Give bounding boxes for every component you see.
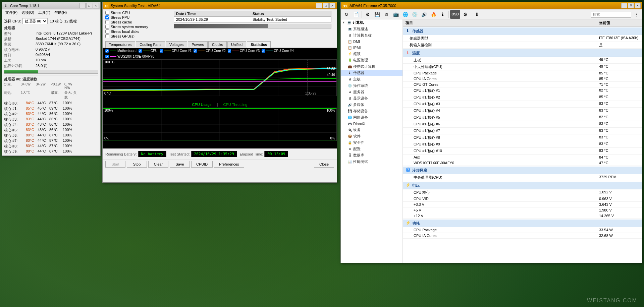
tree-storage[interactable]: 💾 存储设备 (341, 108, 402, 114)
core-9-temp: 80°C (26, 149, 38, 154)
core4-label: CPU #1/核心 #4 (414, 108, 599, 113)
tree-directx[interactable]: 🎮 DirectX (341, 121, 402, 127)
menu-options[interactable]: 选项(O) (19, 10, 36, 15)
legend-mb-label: Motherboard (117, 49, 137, 53)
toolbar-osd-btn[interactable]: OSD (450, 10, 460, 19)
stress-gpu-checkbox[interactable] (105, 34, 109, 38)
tree-computer-name[interactable]: 🖥 计算机名称 (341, 32, 402, 39)
clear-button[interactable]: Clear (148, 161, 168, 168)
tree-icon-software: 📦 (347, 134, 352, 139)
tab-temperatures[interactable]: Temperatures (105, 41, 135, 48)
tab-statistics[interactable]: Statistics (247, 41, 271, 48)
toolbar-cpu-btn[interactable]: ⚙ (363, 10, 372, 19)
clk-value: 3589.76MHz (99.72 × 36.0) (36, 42, 98, 47)
aida-restore-btn[interactable]: ⧉ (628, 3, 634, 8)
coretemp-close-btn[interactable]: ✕ (93, 3, 99, 8)
legend-core1-check[interactable] (160, 49, 163, 53)
tree-devices[interactable]: 🔌 设备 (341, 127, 402, 133)
tree-os[interactable]: 💿 操作系统 (341, 82, 402, 89)
tree-board[interactable]: 🖥 主板 (341, 76, 402, 82)
tree-power[interactable]: 🔋 电源管理 (341, 57, 402, 63)
aida-close-btn[interactable]: ✕ (635, 3, 641, 8)
tree-multimedia[interactable]: 🔊 多媒体 (341, 102, 402, 108)
tab-voltages[interactable]: Voltages (166, 41, 187, 48)
toolbar-network-btn[interactable]: 🌐 (401, 10, 410, 19)
search-more-btn[interactable]: ⋮ (632, 10, 641, 19)
stress-cpu-checkbox[interactable] (105, 11, 109, 15)
legend-motherboard-check[interactable] (105, 49, 109, 53)
core-2-load: 100% (63, 112, 74, 117)
stress-fpu-checkbox[interactable] (105, 15, 109, 19)
tab-cooling-fans[interactable]: Cooling Fans (136, 41, 165, 48)
tree-security[interactable]: 🔒 安全性 (341, 139, 402, 146)
stability-close-btn[interactable]: ✕ (329, 3, 335, 8)
toolbar-refresh-btn[interactable]: ↻ (342, 10, 351, 19)
toolbar-download-btn[interactable]: ⬇ (473, 10, 481, 19)
legend-core2-check[interactable] (194, 49, 197, 53)
tree-display[interactable]: 🖥 显示设备 (341, 95, 402, 102)
preferences-button[interactable]: Preferences (214, 161, 244, 168)
tree-ipmi[interactable]: 📋 IPMI (341, 45, 402, 51)
stability-maximize-btn[interactable]: □ (323, 3, 329, 8)
section-sensor-icon: 🌡 (406, 28, 411, 34)
tree-dmi[interactable]: 📋 DMI (341, 39, 402, 45)
stop-button[interactable]: Stop (127, 161, 147, 168)
status-data-row: 2024/10/29 1:35:29 Stability Test: Start… (174, 17, 331, 22)
tab-unified[interactable]: Unified (227, 41, 246, 48)
legend-core3-check[interactable] (228, 49, 231, 53)
legend-wds-check[interactable] (105, 55, 109, 58)
tree-system-overview[interactable]: 💻 系统概述 (341, 26, 402, 32)
tree-perf[interactable]: 📊 性能测试 (341, 159, 402, 165)
coretemp-maximize-btn[interactable]: □ (86, 3, 92, 8)
tree-portable[interactable]: 💼 便携式计算机 (341, 63, 402, 70)
coretemp-minimize-btn[interactable]: – (79, 3, 86, 8)
menu-file[interactable]: 文件(F) (3, 10, 19, 15)
tree-database[interactable]: 🗄 数据库 (341, 152, 402, 159)
toolbar-gpu-btn[interactable]: 🖥 (382, 10, 391, 19)
stability-minimize-btn[interactable]: – (316, 3, 322, 8)
start-button[interactable]: Start (105, 161, 125, 168)
core-8-name: 核心 #8: (4, 144, 26, 149)
tree-software[interactable]: 📦 软件 (341, 133, 402, 139)
cpuid-button[interactable]: CPUID (191, 161, 213, 168)
core1-label: CPU #1/核心 #1 (414, 88, 599, 93)
close-button[interactable]: Close (314, 161, 334, 168)
stress-cache-checkbox[interactable] (105, 20, 109, 24)
section-temp-label: 温度 (412, 51, 420, 56)
stability-titlebar: 64 System Stability Test - AIDA64 – □ ✕ (103, 2, 337, 9)
heat-spacer (36, 90, 51, 100)
stress-disks-checkbox[interactable] (105, 29, 109, 34)
tree-sensor[interactable]: 🌡 传感器 (341, 70, 402, 76)
cpu-select[interactable]: 处理器 #0 (22, 18, 48, 24)
coretemp-titlebar: 🌡 Core Temp 1.18.1 – □ ✕ (2, 2, 100, 9)
tree-overclock[interactable]: ⚡ 超频 (341, 51, 402, 57)
toolbar-flame-btn[interactable]: 🔥 (429, 10, 438, 19)
clk-label: 主频: (4, 42, 34, 47)
ia-power-label: CPU IA Cores (410, 234, 599, 238)
status-col2: Status (253, 12, 329, 16)
stress-memory-checkbox[interactable] (105, 25, 109, 29)
core-5-name: 核心 #5: (4, 128, 26, 133)
tree-server[interactable]: 🖥 服务器 (341, 89, 402, 95)
tab-powers[interactable]: Powers (188, 41, 208, 48)
tab-clocks[interactable]: Clocks (208, 41, 227, 48)
search-input[interactable] (591, 11, 631, 18)
toolbar-audio-btn[interactable]: 🔊 (420, 10, 428, 19)
legend-core4-check[interactable] (262, 49, 265, 53)
toolbar-disk-btn[interactable]: 💿 (410, 10, 419, 19)
menu-help[interactable]: 帮助(H) (52, 10, 69, 15)
toolbar-mem-btn[interactable]: 💾 (373, 10, 381, 19)
tree-config[interactable]: ⚙ 配置 (341, 146, 402, 152)
toolbar-sensor-btn[interactable]: 🌡 (438, 10, 447, 19)
aida-minimize-btn[interactable]: – (621, 3, 627, 8)
toolbar-monitor-btn[interactable]: 📺 (391, 10, 400, 19)
toolbar-settings-btn[interactable]: ⚙ (461, 10, 470, 19)
toolbar-report-btn[interactable]: 📄 (352, 10, 360, 19)
tree-network[interactable]: 🌐 网络设备 (341, 114, 402, 121)
menu-tools[interactable]: 工具(T) (36, 10, 52, 15)
tree-computer-header[interactable]: ▼ 💻 计算机 (341, 19, 402, 26)
legend-wds-label: WDS100T1X0E-00AFY0 (117, 55, 154, 58)
save-button[interactable]: Save (170, 161, 190, 168)
legend-cpu-check[interactable] (139, 49, 142, 53)
cpu-ia-label: CPU IA Cores (410, 77, 599, 81)
